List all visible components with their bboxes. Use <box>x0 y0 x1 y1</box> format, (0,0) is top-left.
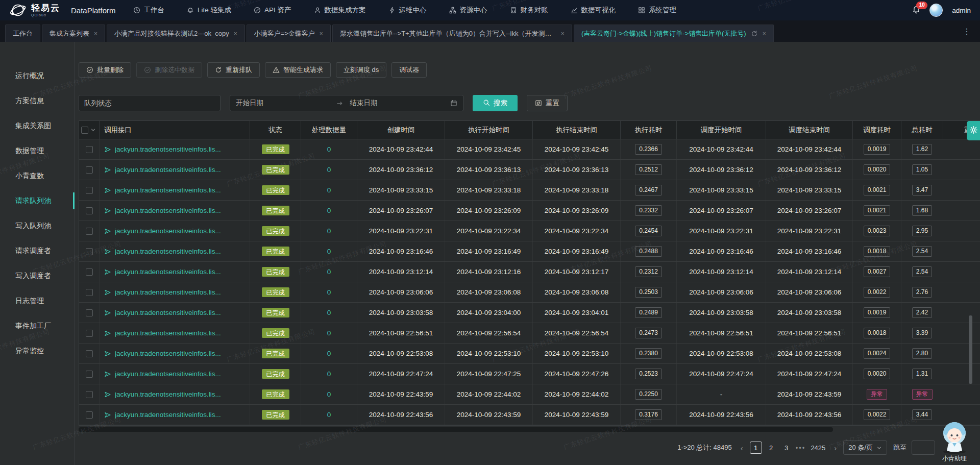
workspace-tab[interactable]: 小满产品对接领猫样衣测试2---ok_copy × <box>107 25 245 42</box>
close-icon[interactable]: × <box>763 30 766 37</box>
toolbar-button[interactable]: 调试器 <box>391 62 427 78</box>
sched-start-cell: 2024-10-09 23:06:06 <box>677 282 766 302</box>
sidebar-item-1[interactable]: 方案信息 <box>0 88 74 113</box>
page-size-select[interactable]: 20 条/页 <box>843 440 887 455</box>
notification-bell-icon[interactable]: 10 <box>912 6 920 15</box>
sidebar-item-6[interactable]: 写入队列池 <box>0 213 74 238</box>
close-icon[interactable]: × <box>320 30 323 37</box>
next-page-button[interactable]: › <box>832 444 838 452</box>
navbar-menu-item[interactable]: 运维中心 <box>388 6 427 15</box>
api-link[interactable]: jackyun.tradenotsensitiveinfos.lis... <box>115 411 221 419</box>
horizontal-scrollbar-thumb[interactable] <box>79 427 833 432</box>
workspace-tab[interactable]: 小满客户=>金蝶客户 × <box>247 25 331 42</box>
navbar-menu-item[interactable]: 资源中心 <box>449 6 487 15</box>
row-checkbox[interactable] <box>86 350 93 357</box>
queue-status-input[interactable] <box>79 95 220 111</box>
start-date-placeholder[interactable]: 开始日期 <box>236 99 336 108</box>
sidebar-item-2[interactable]: 集成关系图 <box>0 113 74 138</box>
row-checkbox[interactable] <box>86 228 93 235</box>
reset-button[interactable]: 重置 <box>527 95 568 111</box>
username-label[interactable]: admin <box>952 7 971 14</box>
row-checkbox[interactable] <box>86 309 93 316</box>
date-range-picker[interactable]: 开始日期 结束日期 <box>230 95 463 111</box>
page-number-1[interactable]: 1 <box>750 442 762 454</box>
sidebar-item-10[interactable]: 事件加工厂 <box>0 313 74 338</box>
api-link[interactable]: jackyun.tradenotsensitiveinfos.lis... <box>115 166 221 174</box>
row-checkbox[interactable] <box>86 330 93 337</box>
page-number-2[interactable]: 2 <box>765 442 777 454</box>
row-checkbox[interactable] <box>86 187 93 194</box>
navbar-menu-item[interactable]: Lite 轻集成 <box>187 6 231 15</box>
api-link[interactable]: jackyun.tradenotsensitiveinfos.lis... <box>115 370 221 378</box>
api-link[interactable]: jackyun.tradenotsensitiveinfos.lis... <box>115 350 221 357</box>
column-settings-button[interactable] <box>967 121 980 140</box>
workspace-tab[interactable]: 工作台 <box>5 25 40 42</box>
toolbar-button[interactable]: 重新排队 <box>207 62 260 78</box>
end-date-placeholder[interactable]: 结束日期 <box>350 99 451 108</box>
toolbar-button[interactable]: 批量删除 <box>79 62 131 78</box>
navbar-menu-item[interactable]: 财务对账 <box>510 6 548 15</box>
close-icon[interactable]: × <box>561 30 565 37</box>
sidebar-item-7[interactable]: 请求调度者 <box>0 238 74 263</box>
close-icon[interactable]: × <box>94 30 97 37</box>
toolbar-button[interactable]: 智能生成请求 <box>265 62 331 78</box>
navbar-menu-item[interactable]: API 资产 <box>254 6 291 15</box>
row-checkbox[interactable] <box>86 391 93 398</box>
row-checkbox[interactable] <box>86 207 93 214</box>
sidebar-item-4[interactable]: 小青查数 <box>0 163 74 188</box>
brand-logo[interactable]: 轻易云 QCloud DataPlatform <box>9 3 116 18</box>
row-checkbox[interactable] <box>86 166 93 174</box>
navbar-menu-item[interactable]: 工作台 <box>133 6 165 15</box>
select-all-checkbox[interactable] <box>81 127 88 134</box>
tab-overflow-menu[interactable]: ⋮ <box>959 27 975 36</box>
row-checkbox[interactable] <box>86 289 93 296</box>
chevron-down-icon[interactable] <box>90 127 96 133</box>
refresh-icon[interactable] <box>751 30 758 37</box>
total-cost-tag: 2.76 <box>912 287 932 298</box>
exec-end-cell: 2024-10-09 22:43:59 <box>533 405 621 425</box>
workspace-tab[interactable]: (吉客云奇门->金蝶)(线上)销售订单->销售出库单(无批号) × <box>574 25 774 42</box>
data-count-cell: 0 <box>301 180 357 200</box>
assistant-mascot[interactable]: 小青助理 <box>931 420 978 463</box>
row-checkbox[interactable] <box>86 411 93 419</box>
toolbar-button[interactable]: 删除选中数据 <box>136 62 202 78</box>
api-cell: jackyun.tradenotsensitiveinfos.lis... <box>100 405 250 425</box>
sidebar-item-8[interactable]: 写入调度者 <box>0 263 74 288</box>
row-checkbox[interactable] <box>86 146 93 153</box>
api-link[interactable]: jackyun.tradenotsensitiveinfos.lis... <box>115 288 221 296</box>
page-ellipsis[interactable]: ••• <box>796 444 806 452</box>
close-icon[interactable]: × <box>234 30 237 37</box>
api-link[interactable]: jackyun.tradenotsensitiveinfos.lis... <box>115 390 221 398</box>
user-avatar[interactable] <box>929 4 943 17</box>
workspace-tab[interactable]: 集成方案列表 × <box>42 25 105 42</box>
row-checkbox[interactable] <box>86 248 93 255</box>
api-link[interactable]: jackyun.tradenotsensitiveinfos.lis... <box>115 268 221 276</box>
exec-cost-tag: 0.2473 <box>635 328 662 338</box>
sched-cost-cell: 0.0020 <box>853 160 901 180</box>
api-link[interactable]: jackyun.tradenotsensitiveinfos.lis... <box>115 227 221 235</box>
status-cell: 已完成 <box>250 221 301 241</box>
prev-page-button[interactable]: ‹ <box>739 444 745 452</box>
search-button[interactable]: 搜索 <box>473 95 518 111</box>
row-checkbox[interactable] <box>86 268 93 276</box>
sidebar-item-0[interactable]: 运行概况 <box>0 63 74 88</box>
workspace-tab[interactable]: 聚水潭销售出库单-->T+其他出库单（店铺为0）合并写入--ikk（开发测试） … <box>332 25 572 42</box>
row-checkbox[interactable] <box>86 371 93 378</box>
navbar-menu-item[interactable]: 数据集成方案 <box>314 6 366 15</box>
navbar-menu-item[interactable]: 系统管理 <box>638 6 676 15</box>
api-link[interactable]: jackyun.tradenotsensitiveinfos.lis... <box>115 186 221 194</box>
page-number-3[interactable]: 3 <box>780 442 793 454</box>
api-link[interactable]: jackyun.tradenotsensitiveinfos.lis... <box>115 145 221 153</box>
api-link[interactable]: jackyun.tradenotsensitiveinfos.lis... <box>115 248 221 255</box>
sidebar-item-5[interactable]: 请求队列池 <box>0 188 74 213</box>
sidebar-item-11[interactable]: 异常监控 <box>0 338 74 363</box>
vertical-scrollbar-thumb[interactable] <box>969 315 972 384</box>
api-link[interactable]: jackyun.tradenotsensitiveinfos.lis... <box>115 329 221 337</box>
sidebar-item-3[interactable]: 数据管理 <box>0 138 74 163</box>
navbar-menu-item[interactable]: 数据可视化 <box>571 6 616 15</box>
toolbar-button[interactable]: 立刻调度 ds <box>336 62 386 78</box>
api-link[interactable]: jackyun.tradenotsensitiveinfos.lis... <box>115 309 221 316</box>
page-number-2425[interactable]: 2425 <box>808 442 827 454</box>
sidebar-item-9[interactable]: 日志管理 <box>0 288 74 313</box>
api-link[interactable]: jackyun.tradenotsensitiveinfos.lis... <box>115 207 221 214</box>
